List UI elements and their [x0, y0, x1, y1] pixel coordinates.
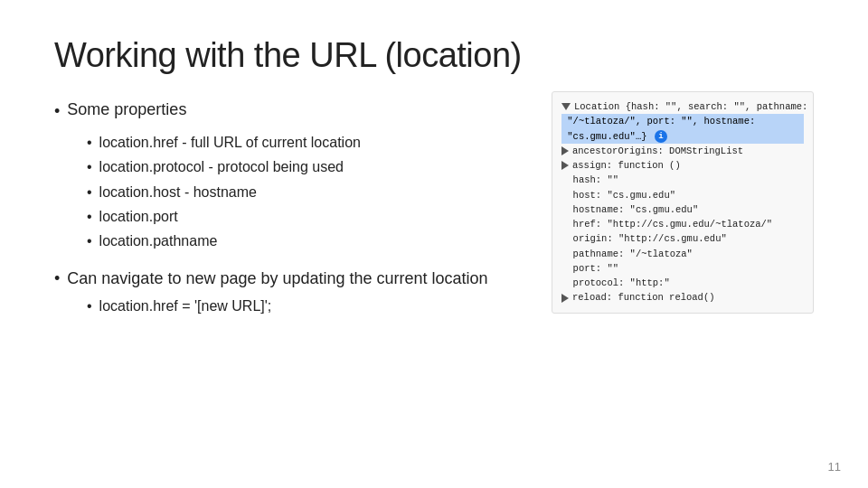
slide-title: Working with the URL (location) — [54, 36, 814, 75]
sub-bullet-text-3: location.port — [99, 204, 178, 229]
navigate-bullet-marker: • — [54, 269, 60, 288]
text-section: • Some properties • location.href - full… — [54, 100, 533, 318]
navigate-sub-marker: • — [87, 294, 92, 318]
sub-bullets: • location.href - full URL of current lo… — [87, 130, 533, 253]
navigate-label: Can navigate to new page by updating the… — [67, 269, 487, 288]
sub-bullet-1: • location.protocol - protocol being use… — [87, 155, 533, 179]
sub-bullet-marker-0: • — [87, 130, 92, 155]
code-line-4: assign: function () — [561, 158, 804, 173]
sub-bullet-text-2: location.host - hostname — [99, 180, 257, 204]
sub-bullet-marker-2: • — [87, 180, 92, 204]
sub-bullet-3: • location.port — [87, 204, 533, 229]
sub-bullet-text-4: location.pathname — [99, 229, 218, 253]
bottom-section: • Can navigate to new page by updating t… — [54, 269, 533, 318]
code-line-7: hostname: "cs.gmu.edu" — [561, 202, 804, 217]
sub-bullet-0: • location.href - full URL of current lo… — [87, 130, 533, 155]
sub-bullet-marker-1: • — [87, 155, 92, 179]
sub-bullet-marker-4: • — [87, 229, 92, 253]
bullet-marker-1: • — [54, 100, 60, 123]
sub-bullet-2: • location.host - hostname — [87, 180, 533, 204]
code-panel: Location {hash: "", search: "", pathname… — [552, 91, 814, 314]
code-line-2: "cs.gmu.edu"…} i — [561, 129, 804, 144]
code-line-8: href: "http://cs.gmu.edu/~tlatoza/" — [561, 217, 804, 231]
code-line-0: Location {hash: "", search: "", pathname… — [561, 99, 804, 114]
navigate-bullet: • Can navigate to new page by updating t… — [54, 269, 533, 288]
sub-bullet-marker-3: • — [87, 204, 92, 229]
content-area: • Some properties • location.href - full… — [54, 100, 814, 318]
code-line-9: origin: "http://cs.gmu.edu" — [561, 231, 804, 246]
code-line-10: pathname: "/~tlatoza" — [561, 247, 804, 261]
sub-bullet-4: • location.pathname — [87, 229, 533, 253]
some-properties-label: Some properties — [67, 100, 186, 119]
sub-bullet-text-1: location.protocol - protocol being used — [99, 155, 344, 179]
some-properties-bullet: • Some properties — [54, 100, 533, 123]
page-number: 11 — [828, 460, 841, 474]
code-line-1: "/~tlatoza/", port: "", hostname: — [561, 114, 804, 128]
code-line-13: reload: function reload() — [561, 290, 804, 305]
code-line-6: host: "cs.gmu.edu" — [561, 188, 804, 202]
navigate-sub-text: location.href = '[new URL]'; — [99, 294, 272, 318]
code-line-11: port: "" — [561, 261, 804, 276]
navigate-sub-section: • location.href = '[new URL]'; — [87, 294, 533, 318]
code-line-12: protocol: "http:" — [561, 276, 804, 290]
navigate-sub-bullet: • location.href = '[new URL]'; — [87, 294, 533, 318]
slide: Working with the URL (location) • Some p… — [0, 0, 868, 488]
code-line-3: ancestorOrigins: DOMStringList — [561, 144, 804, 158]
code-line-5: hash: "" — [561, 173, 804, 187]
sub-bullet-text-0: location.href - full URL of current loca… — [99, 130, 361, 155]
